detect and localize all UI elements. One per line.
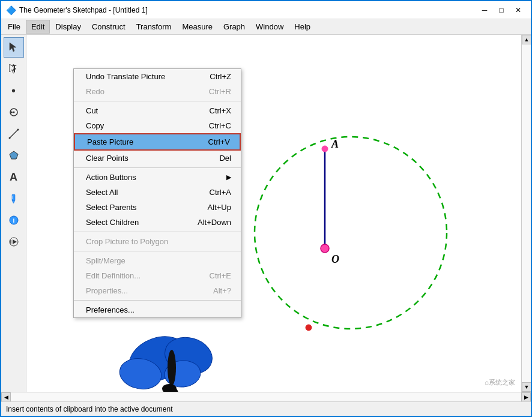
info-tool-button[interactable]: i bbox=[4, 210, 24, 230]
menu-construct[interactable]: Construct bbox=[86, 20, 131, 34]
separator-2 bbox=[74, 167, 241, 168]
svg-marker-10 bbox=[10, 151, 18, 159]
main-area: • bbox=[1, 35, 531, 392]
undo-shortcut: Ctrl+Z bbox=[210, 72, 231, 81]
play-tool-button[interactable] bbox=[4, 232, 24, 252]
main-window: 🔷 The Geometer's Sketchpad - [Untitled 1… bbox=[0, 0, 532, 417]
scroll-left-button[interactable]: ◀ bbox=[1, 392, 11, 402]
scroll-down-button[interactable]: ▼ bbox=[522, 382, 531, 392]
menu-transform[interactable]: Transform bbox=[131, 20, 177, 34]
select-all-shortcut: Ctrl+A bbox=[210, 188, 231, 197]
separator-3 bbox=[74, 232, 241, 232]
undo-label: Undo Translate Picture bbox=[86, 72, 165, 81]
menu-paste-picture[interactable]: Paste Picture Ctrl+V bbox=[74, 133, 241, 151]
action-buttons-label: Action Buttons bbox=[86, 173, 136, 182]
svg-point-9 bbox=[17, 129, 19, 131]
cut-shortcut: Ctrl+X bbox=[210, 106, 231, 115]
scroll-right-button[interactable]: ▶ bbox=[521, 392, 531, 402]
cut-label: Cut bbox=[86, 106, 98, 115]
circle-tool-button[interactable] bbox=[4, 102, 24, 122]
scroll-track-h[interactable] bbox=[11, 392, 521, 401]
svg-point-5 bbox=[10, 112, 12, 113]
menu-select-children[interactable]: Select Children Alt+Down bbox=[74, 215, 241, 230]
close-button[interactable]: ✕ bbox=[510, 4, 526, 16]
svg-text:O: O bbox=[331, 253, 339, 265]
menu-edit-definition: Edit Definition... Ctrl+E bbox=[74, 268, 241, 283]
horizontal-scrollbar: ◀ ▶ bbox=[1, 392, 531, 401]
copy-shortcut: Ctrl+C bbox=[209, 121, 231, 130]
line-tool-button[interactable] bbox=[4, 124, 24, 144]
title-bar: 🔷 The Geometer's Sketchpad - [Untitled 1… bbox=[1, 1, 531, 19]
menu-edit[interactable]: Edit bbox=[26, 20, 50, 34]
select-arrow-tool-button[interactable] bbox=[4, 59, 24, 79]
menu-copy[interactable]: Copy Ctrl+C bbox=[74, 118, 241, 133]
menu-bar: File Edit Display Construct Transform Me… bbox=[1, 19, 531, 35]
svg-point-25 bbox=[321, 244, 329, 253]
redo-shortcut: Ctrl+R bbox=[209, 87, 231, 96]
scroll-track-v[interactable] bbox=[522, 44, 531, 382]
menu-help[interactable]: Help bbox=[289, 20, 316, 34]
select-parents-shortcut: Alt+Up bbox=[208, 203, 231, 212]
marker-tool-button[interactable] bbox=[4, 188, 24, 209]
svg-text:i: i bbox=[13, 217, 14, 224]
minimize-button[interactable]: ─ bbox=[477, 4, 492, 16]
edit-menu-panel: Undo Translate Picture Ctrl+Z Redo Ctrl+… bbox=[73, 68, 241, 318]
bottom-scroll-bar: ◀ ▶ bbox=[1, 392, 531, 401]
menu-redo: Redo Ctrl+R bbox=[74, 84, 241, 99]
edit-definition-shortcut: Ctrl+E bbox=[210, 271, 231, 280]
menu-display[interactable]: Display bbox=[50, 20, 86, 34]
vertical-scrollbar: ▲ ▼ bbox=[521, 35, 531, 392]
menu-graph[interactable]: Graph bbox=[218, 20, 250, 34]
properties-label: Properties... bbox=[86, 286, 128, 295]
menu-crop-picture: Crop Picture to Polygon bbox=[74, 234, 241, 249]
select-all-label: Select All bbox=[86, 188, 118, 197]
menu-clear-points[interactable]: Clear Points Del bbox=[74, 151, 241, 166]
svg-marker-12 bbox=[12, 200, 15, 203]
svg-point-8 bbox=[8, 137, 10, 139]
svg-marker-17 bbox=[13, 239, 17, 244]
svg-line-7 bbox=[10, 130, 18, 138]
properties-shortcut: Alt+? bbox=[213, 286, 231, 295]
window-title: The Geometer's Sketchpad - [Untitled 1] bbox=[19, 6, 148, 14]
text-tool-button[interactable]: A bbox=[4, 167, 24, 187]
polygon-tool-button[interactable] bbox=[4, 145, 24, 166]
menu-measure[interactable]: Measure bbox=[177, 20, 218, 34]
preferences-label: Preferences... bbox=[86, 305, 135, 314]
scroll-up-button[interactable]: ▲ bbox=[522, 35, 531, 44]
svg-point-27 bbox=[306, 325, 312, 331]
svg-text:A: A bbox=[331, 138, 339, 150]
edit-definition-label: Edit Definition... bbox=[86, 271, 141, 280]
title-bar-left: 🔷 The Geometer's Sketchpad - [Untitled 1… bbox=[6, 5, 148, 15]
edit-dropdown-menu: Undo Translate Picture Ctrl+Z Redo Ctrl+… bbox=[73, 68, 241, 318]
menu-file[interactable]: File bbox=[2, 20, 26, 34]
status-text: Insert contents of clipboard into the ac… bbox=[6, 405, 173, 413]
menu-properties: Properties... Alt+? bbox=[74, 283, 241, 298]
menu-cut[interactable]: Cut Ctrl+X bbox=[74, 103, 241, 118]
split-merge-label: Split/Merge bbox=[86, 256, 125, 265]
watermark: ⌂系统之家 bbox=[485, 378, 515, 387]
select-children-label: Select Children bbox=[86, 218, 139, 227]
svg-marker-0 bbox=[10, 43, 16, 52]
menu-select-all[interactable]: Select All Ctrl+A bbox=[74, 185, 241, 200]
copy-label: Copy bbox=[86, 121, 104, 130]
menu-window[interactable]: Window bbox=[250, 20, 289, 34]
paste-picture-label: Paste Picture bbox=[87, 137, 133, 146]
maximize-button[interactable]: □ bbox=[494, 4, 509, 16]
toolbar: • bbox=[1, 35, 26, 392]
status-bar: Insert contents of clipboard into the ac… bbox=[1, 401, 531, 416]
point-tool-button[interactable]: • bbox=[4, 80, 24, 101]
menu-select-parents[interactable]: Select Parents Alt+Up bbox=[74, 200, 241, 215]
select-tool-button[interactable] bbox=[4, 37, 24, 58]
svg-point-6 bbox=[13, 112, 14, 113]
menu-preferences[interactable]: Preferences... bbox=[74, 302, 241, 317]
menu-action-buttons[interactable]: Action Buttons ▶ bbox=[74, 170, 241, 185]
canvas-area[interactable]: A O ⌂系统之 bbox=[26, 35, 521, 392]
svg-point-32 bbox=[168, 350, 176, 386]
paste-shortcut: Ctrl+V bbox=[208, 137, 230, 146]
menu-undo[interactable]: Undo Translate Picture Ctrl+Z bbox=[74, 69, 241, 84]
svg-point-23 bbox=[322, 146, 328, 152]
select-parents-label: Select Parents bbox=[86, 203, 137, 212]
submenu-arrow-icon: ▶ bbox=[226, 173, 231, 181]
separator-5 bbox=[74, 300, 241, 301]
window-controls: ─ □ ✕ bbox=[477, 4, 526, 16]
